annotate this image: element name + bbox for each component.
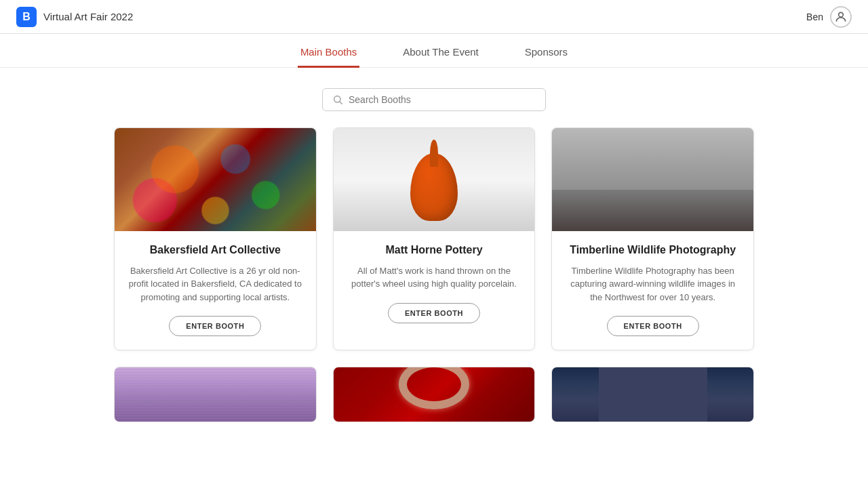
- card-desc-bakersfield: Bakersfield Art Collective is a 26 yr ol…: [128, 264, 302, 304]
- svg-point-0: [839, 12, 844, 17]
- booths-grid: Bakersfield Art Collective Bakersfield A…: [0, 127, 868, 350]
- app-logo: B: [16, 7, 37, 27]
- app-header: B Virtual Art Fair 2022 Ben: [0, 0, 868, 34]
- card-body-timberline: Timberline Wildlife Photography Timberli…: [552, 231, 753, 350]
- search-input[interactable]: [349, 94, 536, 105]
- main-nav: Main Booths About The Event Sponsors: [0, 34, 868, 68]
- enter-booth-button-bakersfield[interactable]: ENTER BOOTH: [169, 316, 261, 336]
- booth-image-pottery: [334, 128, 535, 231]
- app-title: Virtual Art Fair 2022: [43, 11, 133, 22]
- svg-point-1: [334, 96, 340, 102]
- nav-item-about-event[interactable]: About The Event: [400, 38, 481, 68]
- bottom-booth-image-fiber: [115, 367, 316, 422]
- bottom-booth-card-ring: [333, 367, 536, 422]
- user-avatar[interactable]: [830, 6, 852, 28]
- user-name: Ben: [806, 12, 823, 22]
- bottom-booth-image-building: [552, 367, 753, 422]
- nav-item-main-booths[interactable]: Main Booths: [298, 38, 359, 68]
- card-title-timberline: Timberline Wildlife Photography: [570, 243, 736, 258]
- search-container: [0, 88, 868, 111]
- bottom-booth-card-building: [551, 367, 754, 422]
- card-desc-timberline: Timberline Wildlife Photography has been…: [566, 264, 740, 304]
- header-right: Ben: [806, 6, 852, 28]
- enter-booth-button-timberline[interactable]: ENTER BOOTH: [607, 316, 699, 336]
- svg-line-2: [340, 102, 342, 104]
- booth-card-timberline: Timberline Wildlife Photography Timberli…: [551, 127, 754, 350]
- booth-card-matt-horne: Matt Horne Pottery All of Matt's work is…: [333, 127, 536, 350]
- booth-image-bakersfield: [115, 128, 316, 231]
- card-title-matt-horne: Matt Horne Pottery: [385, 243, 482, 258]
- booth-image-wolf: [552, 128, 753, 231]
- card-body-matt-horne: Matt Horne Pottery All of Matt's work is…: [334, 231, 535, 337]
- header-left: B Virtual Art Fair 2022: [16, 7, 133, 27]
- card-desc-matt-horne: All of Matt's work is hand thrown on the…: [347, 264, 521, 291]
- card-body-bakersfield: Bakersfield Art Collective Bakersfield A…: [115, 231, 316, 350]
- bottom-booths-row: [0, 350, 868, 422]
- search-icon: [332, 94, 343, 105]
- enter-booth-button-matt-horne[interactable]: ENTER BOOTH: [388, 303, 480, 323]
- bottom-booth-card-fiber: [114, 367, 317, 422]
- search-box: [322, 88, 546, 111]
- nav-item-sponsors[interactable]: Sponsors: [522, 38, 570, 68]
- bottom-booth-image-ring: [334, 367, 535, 422]
- booth-card-bakersfield: Bakersfield Art Collective Bakersfield A…: [114, 127, 317, 350]
- card-title-bakersfield: Bakersfield Art Collective: [150, 243, 281, 258]
